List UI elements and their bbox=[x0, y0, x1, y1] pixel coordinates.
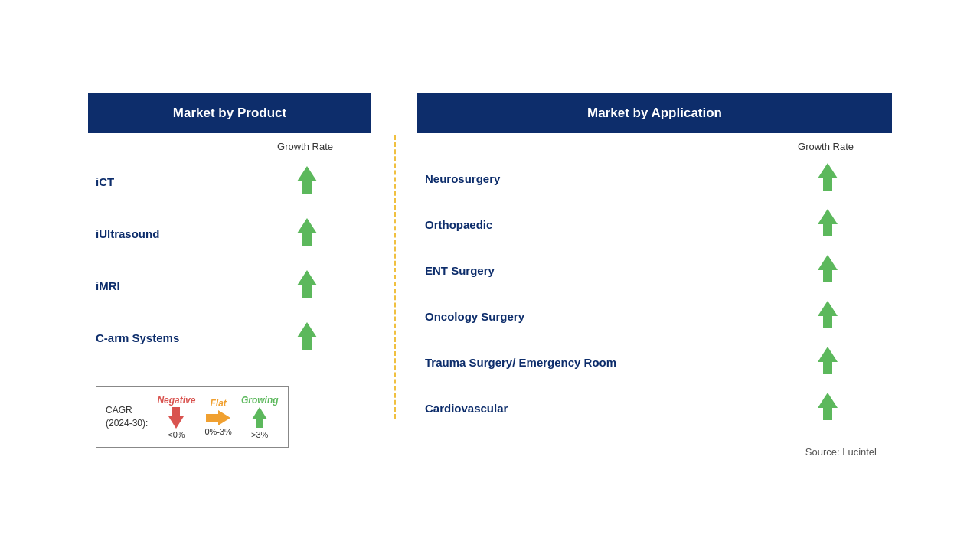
cardiovascular-label: Cardiovascular bbox=[425, 402, 508, 415]
iultrasound-label: iUltrasound bbox=[96, 227, 159, 240]
flat-arrow-icon bbox=[206, 410, 230, 425]
legend-flat: Flat 0%-3% bbox=[204, 398, 231, 436]
list-item: iMRI bbox=[96, 259, 364, 311]
list-item: iUltrasound bbox=[96, 207, 364, 259]
neurosurgery-label: Neurosurgery bbox=[425, 172, 500, 185]
application-panel: Market by Application Growth Rate Neuros… bbox=[417, 93, 892, 458]
ict-label: iCT bbox=[96, 175, 114, 188]
growing-range: >3% bbox=[251, 430, 268, 439]
cagr-title: CAGR (2024-30): bbox=[106, 404, 148, 430]
negative-arrow-icon bbox=[167, 407, 185, 429]
carm-label: C-arm Systems bbox=[96, 331, 179, 344]
list-item: Neurosurgery bbox=[425, 155, 884, 201]
application-growth-label: Growth Rate bbox=[425, 133, 884, 155]
list-item: C-arm Systems bbox=[96, 311, 364, 364]
imri-arrow-icon bbox=[295, 270, 342, 301]
flat-range: 0%-3% bbox=[204, 427, 231, 436]
orthopaedic-arrow-icon bbox=[815, 209, 863, 240]
list-item: ENT Surgery bbox=[425, 247, 884, 293]
orthopaedic-label: Orthopaedic bbox=[425, 218, 492, 231]
oncology-arrow-icon bbox=[815, 301, 863, 331]
divider bbox=[371, 93, 417, 419]
legend-box: CAGR (2024-30): Negative <0% Flat 0%-3% … bbox=[96, 386, 289, 448]
ict-arrow-icon bbox=[295, 166, 342, 197]
cardiovascular-arrow-icon bbox=[815, 393, 863, 423]
ent-label: ENT Surgery bbox=[425, 264, 495, 277]
product-content: Growth Rate iCT iUltrasound iMRI bbox=[88, 133, 371, 364]
oncology-label: Oncology Surgery bbox=[425, 310, 524, 323]
legend-growing: Growing >3% bbox=[241, 395, 279, 439]
growing-arrow-icon bbox=[250, 407, 269, 429]
list-item: Trauma Surgery/ Emergency Room bbox=[425, 339, 884, 385]
product-growth-label: Growth Rate bbox=[96, 133, 364, 155]
source-text: Source: Lucintel bbox=[417, 446, 892, 458]
imri-label: iMRI bbox=[96, 279, 120, 292]
carm-arrow-icon bbox=[295, 322, 342, 353]
trauma-arrow-icon bbox=[815, 347, 863, 377]
list-item: iCT bbox=[96, 155, 364, 207]
product-panel: Market by Product Growth Rate iCT iUltra… bbox=[88, 93, 371, 448]
trauma-label: Trauma Surgery/ Emergency Room bbox=[425, 356, 616, 369]
growing-label: Growing bbox=[241, 395, 279, 406]
list-item: Cardiovascular bbox=[425, 385, 884, 431]
list-item: Oncology Surgery bbox=[425, 293, 884, 339]
product-header: Market by Product bbox=[88, 93, 371, 133]
list-item: Orthopaedic bbox=[425, 201, 884, 247]
flat-label: Flat bbox=[210, 398, 226, 409]
neurosurgery-arrow-icon bbox=[815, 163, 863, 194]
legend-negative: Negative <0% bbox=[157, 395, 195, 439]
ent-arrow-icon bbox=[815, 255, 863, 285]
iultrasound-arrow-icon bbox=[295, 218, 342, 249]
application-content: Growth Rate Neurosurgery Orthopaedic ENT… bbox=[417, 133, 892, 431]
negative-label: Negative bbox=[157, 395, 195, 406]
negative-range: <0% bbox=[168, 430, 185, 439]
application-header: Market by Application bbox=[417, 93, 892, 133]
